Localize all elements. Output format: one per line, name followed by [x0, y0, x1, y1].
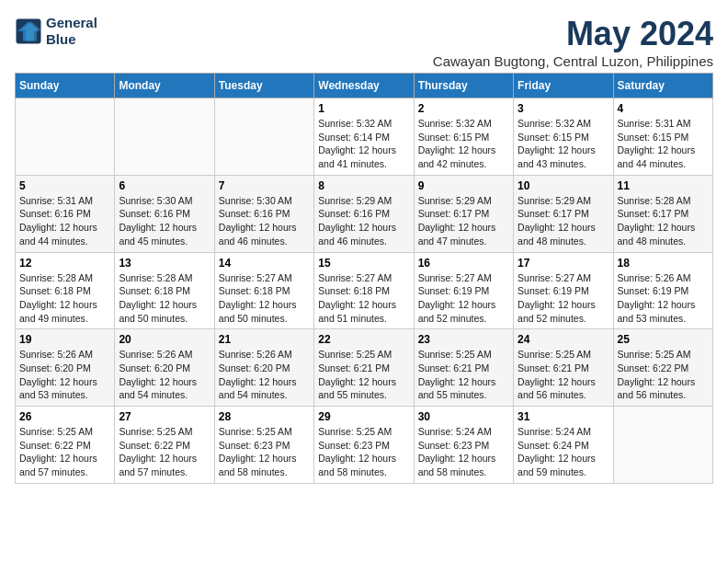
logo-icon — [15, 17, 42, 45]
day-info: Sunrise: 5:25 AM Sunset: 6:22 PM Dayligh… — [19, 425, 110, 479]
week-row-4: 19Sunrise: 5:26 AM Sunset: 6:20 PM Dayli… — [16, 329, 713, 407]
calendar-cell: 29Sunrise: 5:25 AM Sunset: 6:23 PM Dayli… — [314, 407, 414, 484]
day-number: 8 — [318, 179, 409, 192]
calendar-cell: 5Sunrise: 5:31 AM Sunset: 6:16 PM Daylig… — [16, 175, 115, 252]
day-number: 9 — [418, 179, 509, 192]
title-block: May 2024 Cawayan Bugtong, Central Luzon,… — [433, 15, 713, 69]
calendar-cell: 4Sunrise: 5:31 AM Sunset: 6:15 PM Daylig… — [613, 98, 712, 176]
logo: General Blue — [15, 15, 97, 48]
calendar-cell: 11Sunrise: 5:28 AM Sunset: 6:17 PM Dayli… — [613, 175, 712, 252]
day-number: 7 — [219, 179, 310, 192]
day-number: 20 — [119, 333, 210, 346]
day-number: 23 — [418, 333, 509, 346]
day-info: Sunrise: 5:25 AM Sunset: 6:21 PM Dayligh… — [318, 348, 409, 402]
day-number: 16 — [418, 257, 509, 270]
day-number: 28 — [219, 410, 310, 423]
day-info: Sunrise: 5:31 AM Sunset: 6:15 PM Dayligh… — [618, 117, 709, 171]
day-info: Sunrise: 5:30 AM Sunset: 6:16 PM Dayligh… — [219, 194, 310, 248]
day-number: 17 — [518, 257, 609, 270]
calendar-cell — [16, 98, 115, 176]
calendar-cell: 22Sunrise: 5:25 AM Sunset: 6:21 PM Dayli… — [314, 329, 414, 407]
day-number: 3 — [518, 102, 609, 115]
header-day-wednesday: Wednesday — [314, 74, 414, 98]
day-number: 1 — [318, 102, 409, 115]
calendar-cell: 25Sunrise: 5:25 AM Sunset: 6:22 PM Dayli… — [613, 329, 712, 407]
subtitle: Cawayan Bugtong, Central Luzon, Philippi… — [433, 53, 713, 69]
day-number: 31 — [518, 410, 609, 423]
day-number: 18 — [618, 257, 709, 270]
week-row-5: 26Sunrise: 5:25 AM Sunset: 6:22 PM Dayli… — [16, 407, 713, 484]
calendar-cell: 8Sunrise: 5:29 AM Sunset: 6:16 PM Daylig… — [314, 175, 414, 252]
day-number: 13 — [119, 257, 210, 270]
day-number: 15 — [318, 257, 409, 270]
day-number: 24 — [518, 333, 609, 346]
day-info: Sunrise: 5:26 AM Sunset: 6:20 PM Dayligh… — [219, 348, 310, 402]
calendar-cell: 30Sunrise: 5:24 AM Sunset: 6:23 PM Dayli… — [414, 407, 513, 484]
day-number: 22 — [318, 333, 409, 346]
calendar-cell: 19Sunrise: 5:26 AM Sunset: 6:20 PM Dayli… — [16, 329, 115, 407]
day-number: 2 — [418, 102, 509, 115]
day-number: 30 — [418, 410, 509, 423]
calendar-cell: 10Sunrise: 5:29 AM Sunset: 6:17 PM Dayli… — [514, 175, 613, 252]
calendar-cell: 1Sunrise: 5:32 AM Sunset: 6:14 PM Daylig… — [314, 98, 414, 176]
header-day-tuesday: Tuesday — [214, 74, 313, 98]
day-info: Sunrise: 5:32 AM Sunset: 6:15 PM Dayligh… — [418, 117, 509, 171]
day-info: Sunrise: 5:26 AM Sunset: 6:19 PM Dayligh… — [618, 271, 709, 326]
page-header: General Blue May 2024 Cawayan Bugtong, C… — [15, 15, 713, 69]
day-info: Sunrise: 5:32 AM Sunset: 6:15 PM Dayligh… — [518, 117, 609, 171]
day-info: Sunrise: 5:28 AM Sunset: 6:18 PM Dayligh… — [19, 271, 110, 326]
main-title: May 2024 — [433, 15, 713, 53]
calendar-cell: 24Sunrise: 5:25 AM Sunset: 6:21 PM Dayli… — [514, 329, 613, 407]
day-number: 27 — [119, 410, 210, 423]
day-number: 26 — [19, 410, 110, 423]
day-info: Sunrise: 5:27 AM Sunset: 6:19 PM Dayligh… — [518, 271, 609, 326]
calendar-cell: 12Sunrise: 5:28 AM Sunset: 6:18 PM Dayli… — [16, 252, 115, 329]
calendar-cell: 16Sunrise: 5:27 AM Sunset: 6:19 PM Dayli… — [414, 252, 513, 329]
day-info: Sunrise: 5:32 AM Sunset: 6:14 PM Dayligh… — [318, 117, 409, 171]
calendar-cell — [115, 98, 214, 176]
week-row-3: 12Sunrise: 5:28 AM Sunset: 6:18 PM Dayli… — [16, 252, 713, 329]
calendar-table: SundayMondayTuesdayWednesdayThursdayFrid… — [15, 73, 713, 484]
calendar-cell — [214, 98, 313, 176]
day-info: Sunrise: 5:27 AM Sunset: 6:18 PM Dayligh… — [219, 271, 310, 326]
week-row-2: 5Sunrise: 5:31 AM Sunset: 6:16 PM Daylig… — [16, 175, 713, 252]
day-info: Sunrise: 5:26 AM Sunset: 6:20 PM Dayligh… — [19, 348, 110, 402]
calendar-cell: 20Sunrise: 5:26 AM Sunset: 6:20 PM Dayli… — [115, 329, 214, 407]
day-number: 4 — [618, 102, 709, 115]
week-row-1: 1Sunrise: 5:32 AM Sunset: 6:14 PM Daylig… — [16, 98, 713, 176]
day-info: Sunrise: 5:28 AM Sunset: 6:18 PM Dayligh… — [119, 271, 210, 326]
logo-text: General Blue — [46, 15, 97, 48]
header-day-sunday: Sunday — [16, 74, 115, 98]
day-number: 19 — [19, 333, 110, 346]
day-number: 21 — [219, 333, 310, 346]
calendar-cell: 9Sunrise: 5:29 AM Sunset: 6:17 PM Daylig… — [414, 175, 513, 252]
header-day-monday: Monday — [115, 74, 214, 98]
day-number: 11 — [618, 179, 709, 192]
day-number: 25 — [618, 333, 709, 346]
calendar-cell: 26Sunrise: 5:25 AM Sunset: 6:22 PM Dayli… — [16, 407, 115, 484]
day-info: Sunrise: 5:30 AM Sunset: 6:16 PM Dayligh… — [119, 194, 210, 248]
calendar-cell: 18Sunrise: 5:26 AM Sunset: 6:19 PM Dayli… — [613, 252, 712, 329]
day-number: 10 — [518, 179, 609, 192]
day-number: 6 — [119, 179, 210, 192]
calendar-cell: 28Sunrise: 5:25 AM Sunset: 6:23 PM Dayli… — [214, 407, 313, 484]
calendar-cell: 15Sunrise: 5:27 AM Sunset: 6:18 PM Dayli… — [314, 252, 414, 329]
day-info: Sunrise: 5:31 AM Sunset: 6:16 PM Dayligh… — [19, 194, 110, 248]
day-info: Sunrise: 5:28 AM Sunset: 6:17 PM Dayligh… — [618, 194, 709, 248]
day-info: Sunrise: 5:29 AM Sunset: 6:17 PM Dayligh… — [418, 194, 509, 248]
day-info: Sunrise: 5:25 AM Sunset: 6:23 PM Dayligh… — [219, 425, 310, 479]
calendar-cell — [613, 407, 712, 484]
day-info: Sunrise: 5:25 AM Sunset: 6:22 PM Dayligh… — [618, 348, 709, 402]
calendar-cell: 14Sunrise: 5:27 AM Sunset: 6:18 PM Dayli… — [214, 252, 313, 329]
calendar-cell: 23Sunrise: 5:25 AM Sunset: 6:21 PM Dayli… — [414, 329, 513, 407]
day-number: 5 — [19, 179, 110, 192]
header-day-thursday: Thursday — [414, 74, 513, 98]
calendar-cell: 21Sunrise: 5:26 AM Sunset: 6:20 PM Dayli… — [214, 329, 313, 407]
calendar-cell: 31Sunrise: 5:24 AM Sunset: 6:24 PM Dayli… — [514, 407, 613, 484]
calendar-cell: 6Sunrise: 5:30 AM Sunset: 6:16 PM Daylig… — [115, 175, 214, 252]
day-info: Sunrise: 5:25 AM Sunset: 6:21 PM Dayligh… — [418, 348, 509, 402]
calendar-cell: 13Sunrise: 5:28 AM Sunset: 6:18 PM Dayli… — [115, 252, 214, 329]
calendar-cell: 3Sunrise: 5:32 AM Sunset: 6:15 PM Daylig… — [514, 98, 613, 176]
day-number: 12 — [19, 257, 110, 270]
day-info: Sunrise: 5:24 AM Sunset: 6:23 PM Dayligh… — [418, 425, 509, 479]
